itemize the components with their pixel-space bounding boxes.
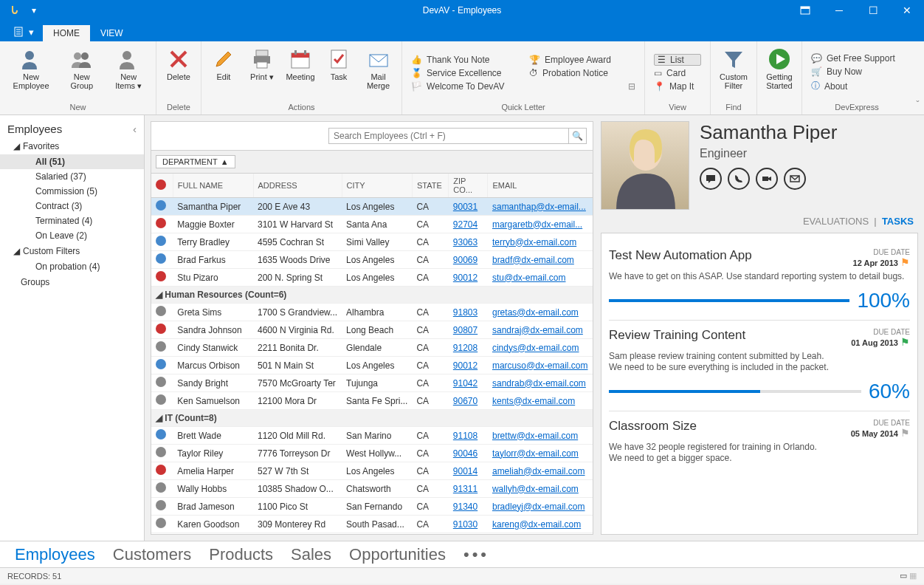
qat-dropdown-icon[interactable]: ▾ [25,2,43,18]
maximize-button[interactable]: ☐ [856,0,890,21]
sidebar-item-probation[interactable]: On probation (4) [0,259,144,274]
cell-zip[interactable]: 92704 [453,219,477,230]
quick-letter-more[interactable]: ⊟ [628,81,635,92]
nav-employees[interactable]: Employees [15,545,95,564]
sidebar-group-custom[interactable]: ◢ Custom Filters [0,243,144,259]
view-toggle-2-icon[interactable]: ▦ [909,571,917,580]
quick-letter-thankyou[interactable]: 👍Thank You Note [411,54,517,66]
sidebar-group-groups[interactable]: Groups [0,274,144,290]
tab-view[interactable]: VIEW [90,25,134,41]
group-header[interactable]: ◢ IT (Count=8) [151,410,593,427]
nav-opportunities[interactable]: Opportunities [349,545,446,564]
group-header[interactable]: ◢ Human Resources (Count=6) [151,287,593,304]
close-button[interactable]: ✕ [890,0,924,21]
sidebar-group-favorites[interactable]: ◢ Favorites [0,138,144,154]
tab-evaluations[interactable]: EVALUATIONS [803,216,869,227]
call-button[interactable] [728,168,750,190]
table-row[interactable]: Ken Samuelson 12100 Mora Dr Santa Fe Spr… [151,392,593,410]
new-items-button[interactable]: New Items ▾ [104,44,153,101]
nav-more-icon[interactable]: ••• [463,545,489,564]
search-input[interactable] [329,129,568,143]
ribbon-collapse-icon[interactable]: ˇ [911,41,924,114]
cell-
      email[interactable]: bradf@dx-email.com [492,255,574,265]
table-row[interactable]: Brad Farkus 1635 Woods Drive Los Angeles… [151,251,593,269]
view-map-button[interactable]: 📍Map It [654,81,701,92]
ribbon-display-icon[interactable] [788,0,822,21]
file-menu-button[interactable]: ▾ [4,22,43,41]
cell-zip[interactable]: 91340 [453,502,477,512]
sidebar-item-onleave[interactable]: On Leave (2) [0,228,144,243]
sidebar-collapse-icon[interactable]: ‹ [133,123,137,135]
cell-
      email[interactable]: sandraj@dx-email.com [492,325,583,335]
group-chip-department[interactable]: DEPARTMENT ▲ [156,155,235,168]
sidebar-item-salaried[interactable]: Salaried (37) [0,169,144,184]
quick-letter-award[interactable]: 🏆Employee Award [529,54,635,66]
search-icon[interactable]: 🔍 [568,129,586,143]
cell-
      email[interactable]: margaretb@dx-email... [492,219,582,230]
table-row[interactable]: Morgan Kennedy 11222 Dilling St San Fern… [151,533,593,535]
quick-letter-probation[interactable]: ⏱Probation Notice [529,67,635,79]
cell-
      email[interactable]: terryb@dx-email.com [492,237,576,247]
quick-letter-welcome[interactable]: 🏳️Welcome To DevAV [411,81,517,92]
cell-
      email[interactable]: brettw@dx-email.com [492,431,578,441]
cell-zip[interactable]: 91311 [453,484,477,494]
sidebar-item-terminated[interactable]: Terminated (4) [0,213,144,228]
nav-customers[interactable]: Customers [113,545,191,564]
table-row[interactable]: Sandy Bright 7570 McGroarty Ter Tujunga … [151,374,593,392]
table-row[interactable]: Brett Wade 1120 Old Mill Rd. San Marino … [151,427,593,445]
new-employee-button[interactable]: New Employee [3,44,59,101]
qat-touch-icon[interactable] [6,2,24,18]
cell-zip[interactable]: 91108 [453,431,477,441]
cell-
      email[interactable]: ameliah@dx-email.com [492,466,585,476]
table-row[interactable]: Maggie Boxter 3101 W Harvard St Santa An… [151,216,593,233]
cell-
      email[interactable]: kareng@dx-email.com [492,519,581,530]
quick-letter-service[interactable]: 🏅Service Excellence [411,67,517,79]
cell-zip[interactable]: 90014 [453,466,477,476]
cell-
      email[interactable]: bradleyj@dx-email.com [492,502,585,512]
print-button[interactable]: Print ▾ [243,44,281,101]
minimize-button[interactable]: ─ [822,0,856,21]
sidebar-item-commission[interactable]: Commission (5) [0,184,144,199]
cell-zip[interactable]: 90012 [453,360,477,371]
tab-tasks[interactable]: TASKS [882,216,914,227]
video-button[interactable] [756,168,778,190]
meeting-button[interactable]: Meeting [281,44,320,101]
email-button[interactable] [784,168,806,190]
cell-
      email[interactable]: marcuso@dx-email.com [492,360,588,371]
cell-zip[interactable]: 91042 [453,378,477,389]
cell-zip[interactable]: 91803 [453,307,477,318]
cell-zip[interactable]: 90670 [453,396,477,406]
table-row[interactable]: Taylor Riley 7776 Torreyson Dr West Holl… [151,445,593,462]
sidebar-item-contract[interactable]: Contract (3) [0,199,144,213]
table-row[interactable]: Terry Bradley 4595 Cochran St Simi Valle… [151,233,593,251]
get-free-support-button[interactable]: 💬Get Free Support [811,52,903,64]
cell-
      email[interactable]: sandrab@dx-email.com [492,378,586,389]
about-button[interactable]: ⓘAbout [811,79,903,93]
cell-
      email[interactable]: samanthap@dx-email... [492,202,586,212]
table-row[interactable]: Karen Goodson 309 Monterey Rd South Pasa… [151,516,593,533]
cell-
      email[interactable]: kents@dx-email.com [492,396,575,406]
cell-
      email[interactable]: gretas@dx-email.com [492,307,579,318]
new-group-button[interactable]: New Group [59,44,104,101]
table-row[interactable]: Marcus Orbison 501 N Main St Los Angeles… [151,357,593,374]
cell-
      email[interactable]: stu@dx-email.com [492,273,566,283]
nav-sales[interactable]: Sales [291,545,331,564]
buy-now-button[interactable]: 🛒Buy Now [811,66,903,78]
custom-filter-button[interactable]: Custom Filter [714,44,754,101]
table-row[interactable]: Wally Hobbs 10385 Shadow O... Chatsworth… [151,480,593,498]
edit-button[interactable]: Edit [204,44,243,101]
table-row[interactable]: Samantha Piper 200 E Ave 43 Los Angeles … [151,198,593,216]
delete-button[interactable]: Delete [159,44,198,101]
view-card-button[interactable]: ▭Card [654,67,701,79]
cell-zip[interactable]: 90807 [453,325,477,335]
cell-
      email[interactable]: cindys@dx-email.com [492,343,579,353]
task-button[interactable]: Task [320,44,358,101]
cell-
      email[interactable]: taylorr@dx-email.com [492,448,579,459]
cell-zip[interactable]: 91208 [453,343,477,353]
mail-merge-button[interactable]: Mail Merge [358,44,399,101]
cell-zip[interactable]: 90069 [453,255,477,265]
cell-zip[interactable]: 91030 [453,519,477,530]
table-header[interactable]: FULL NAMEADDRESSCITYSTATEZIP CO...EMAIL [151,174,593,198]
table-row[interactable]: Brad Jameson 1100 Pico St San Fernando C… [151,498,593,516]
table-row[interactable]: Amelia Harper 527 W 7th St Los Angeles C… [151,462,593,480]
